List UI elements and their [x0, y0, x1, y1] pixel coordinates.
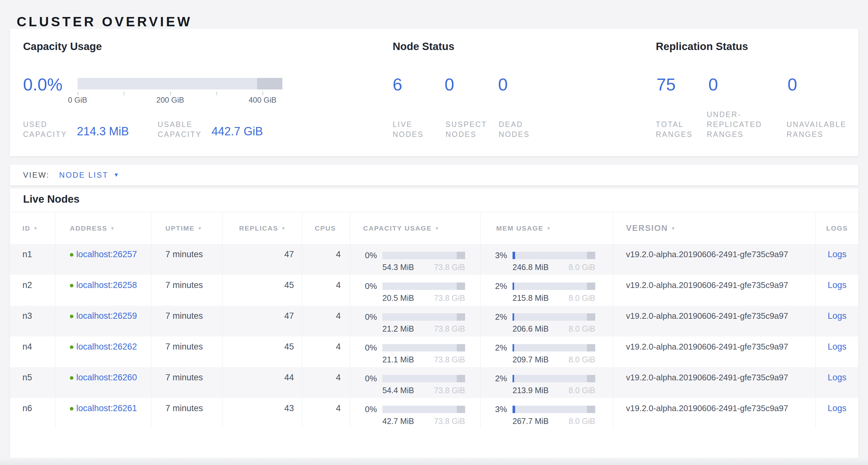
view-label: VIEW:: [23, 171, 50, 180]
mem-bar-used-marker: [513, 375, 514, 382]
view-dropdown[interactable]: NODE LIST: [59, 171, 108, 180]
mem-usage-bar: [513, 252, 595, 259]
logs-cell: Logs: [816, 306, 858, 337]
node-live-status-icon: [70, 253, 73, 257]
dead-nodes-label: DEAD NODES: [499, 120, 530, 140]
live-nodes-table-header: ID▼ ADDRESS▼ UPTIME▼ REPLICAS▼ CPUS CAPA…: [10, 212, 858, 244]
mem-bar-reserved-segment: [587, 406, 595, 413]
axis-tick-label: 0 GiB: [68, 95, 87, 105]
axis-tick-label: 400 GiB: [249, 95, 277, 105]
mem-usage-cell: 2% 209.7 MiB 8.0 GiB: [480, 337, 613, 367]
capacity-usage-cell: 0% 54.3 MiB 73.8 GiB: [350, 244, 480, 275]
uptime-cell: 7 minutes: [151, 367, 222, 398]
column-header-id[interactable]: ID▼: [10, 212, 56, 244]
replicas-cell: 47: [222, 306, 302, 337]
version-cell: v19.2.0-alpha.20190606-2491-gfe735c9a97: [613, 398, 816, 429]
cluster-summary-card: Capacity Usage 0.0% 0 GiB 200 GiB 400 Gi…: [10, 29, 858, 156]
mem-bar-used-marker: [513, 406, 515, 413]
node-live-status-icon: [70, 376, 73, 380]
node-address-link[interactable]: localhost:26261: [76, 403, 137, 413]
node-address-link[interactable]: localhost:26257: [76, 250, 137, 259]
live-nodes-count: 6: [393, 75, 402, 94]
node-address-link[interactable]: localhost:26259: [76, 311, 137, 321]
mem-usage-cell: 3% 246.8 MiB 8.0 GiB: [480, 244, 613, 275]
node-live-status-icon: [70, 315, 73, 318]
mem-usage-cell: 2% 215.8 MiB 8.0 GiB: [480, 275, 613, 306]
capacity-usage-bar: [382, 375, 465, 382]
cpus-cell: 4: [302, 398, 350, 429]
axis-tick: [216, 92, 217, 95]
logs-link[interactable]: Logs: [828, 311, 846, 321]
logs-link[interactable]: Logs: [828, 403, 846, 413]
capacity-gauge-nonusable-segment: [257, 78, 282, 89]
table-row: n1 localhost:26257 7 minutes 47 4 0% 54.…: [10, 244, 858, 275]
node-address-cell: localhost:26257: [56, 244, 151, 275]
cpus-cell: 4: [302, 337, 350, 367]
unavailable-ranges-label: UNAVAILABLE RANGES: [786, 120, 846, 140]
capacity-usage-bar: [382, 313, 465, 321]
node-address-link[interactable]: localhost:26258: [76, 280, 137, 290]
column-header-version[interactable]: VERSION▼: [613, 212, 816, 244]
page-bottom-fade: [0, 458, 868, 465]
under-replicated-ranges-label: UNDER- REPLICATED RANGES: [707, 110, 762, 140]
used-capacity-value: 214.3 MiB: [77, 125, 129, 138]
capacity-usage-cell: 0% 42.7 MiB 73.8 GiB: [350, 398, 480, 429]
column-header-uptime[interactable]: UPTIME▼: [151, 212, 222, 244]
mem-bar-reserved-segment: [587, 313, 595, 321]
table-row: n3 localhost:26259 7 minutes 47 4 0% 21.…: [10, 306, 858, 337]
usable-capacity-label: USABLE CAPACITY: [158, 120, 202, 140]
uptime-cell: 7 minutes: [151, 306, 222, 337]
column-header-capacity-usage[interactable]: CAPACITY USAGE▼: [350, 212, 480, 244]
table-row: n2 localhost:26258 7 minutes 45 4 0% 20.…: [10, 275, 858, 306]
node-id-cell: n2: [10, 275, 56, 306]
node-live-status-icon: [70, 345, 73, 349]
view-selector-bar: VIEW: NODE LIST ▼: [10, 165, 858, 185]
capacity-usage-bar: [382, 283, 465, 290]
node-live-status-icon: [70, 284, 73, 287]
mem-bar-reserved-segment: [587, 252, 595, 259]
uptime-cell: 7 minutes: [151, 275, 222, 306]
sort-icon: ▼: [671, 226, 676, 231]
node-live-status-icon: [70, 407, 73, 410]
node-address-cell: localhost:26261: [56, 398, 151, 429]
total-ranges-count: 75: [656, 75, 676, 94]
logs-cell: Logs: [816, 244, 858, 275]
column-header-address[interactable]: ADDRESS▼: [56, 212, 151, 244]
mem-bar-used-marker: [513, 313, 514, 321]
capacity-usage-cell: 0% 21.1 MiB 73.8 GiB: [350, 337, 480, 367]
logs-link[interactable]: Logs: [828, 342, 846, 351]
replicas-cell: 47: [222, 244, 302, 275]
live-nodes-heading: Live Nodes: [23, 193, 80, 205]
node-address-link[interactable]: localhost:26260: [76, 373, 137, 382]
version-cell: v19.2.0-alpha.20190606-2491-gfe735c9a97: [613, 275, 816, 306]
capacity-usage-bar: [382, 344, 465, 351]
mem-bar-reserved-segment: [587, 344, 595, 351]
page-title: CLUSTER OVERVIEW: [17, 14, 192, 29]
mem-bar-reserved-segment: [587, 375, 595, 382]
capacity-usage-heading: Capacity Usage: [23, 40, 102, 53]
cpus-cell: 4: [302, 306, 350, 337]
axis-tick: [78, 92, 78, 95]
used-capacity-label: USED CAPACITY: [23, 120, 67, 140]
cpus-cell: 4: [302, 275, 350, 306]
capacity-usage-bar: [382, 252, 465, 259]
column-header-replicas[interactable]: REPLICAS▼: [222, 212, 302, 244]
sort-icon: ▼: [435, 226, 440, 231]
mem-usage-cell: 2% 206.6 MiB 8.0 GiB: [480, 306, 613, 337]
logs-link[interactable]: Logs: [828, 280, 846, 290]
column-header-mem-usage[interactable]: MEM USAGE▼: [480, 212, 613, 244]
logs-cell: Logs: [816, 398, 858, 429]
logs-link[interactable]: Logs: [828, 373, 846, 382]
node-id-cell: n4: [10, 337, 56, 367]
version-cell: v19.2.0-alpha.20190606-2491-gfe735c9a97: [613, 367, 816, 398]
sort-icon: ▼: [281, 226, 286, 231]
chevron-down-icon[interactable]: ▼: [114, 172, 119, 178]
logs-cell: Logs: [816, 275, 858, 306]
logs-link[interactable]: Logs: [828, 250, 846, 259]
node-address-link[interactable]: localhost:26262: [76, 342, 137, 351]
sort-icon: ▼: [197, 226, 203, 231]
capacity-bar-nonusable-segment: [457, 313, 465, 321]
sort-icon: ▼: [547, 226, 552, 231]
column-header-cpus: CPUS: [302, 212, 350, 244]
axis-tick: [170, 92, 171, 95]
